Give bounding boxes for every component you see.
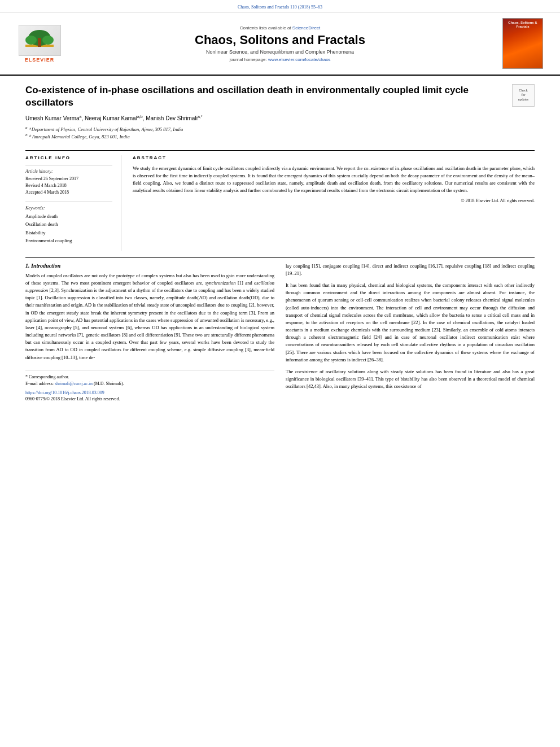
contents-available-line: Contents lists available at ScienceDirec… xyxy=(73,25,487,30)
top-citation: Chaos, Solitons and Fractals 110 (2018) … xyxy=(0,0,560,12)
affiliation-a: a ᵃ Department of Physics, Central Unive… xyxy=(25,125,501,133)
journal-title: Chaos, Solitons and Fractals xyxy=(73,33,487,47)
affiliations: a ᵃ Department of Physics, Central Unive… xyxy=(25,125,501,141)
body-content: 1. Introduction Models of coupled oscill… xyxy=(25,263,535,401)
keywords-group: Keywords: Amplitude death Oscillation de… xyxy=(25,206,112,245)
keyword-2: Oscillation death xyxy=(25,220,112,228)
elsevier-logo-image xyxy=(19,25,61,56)
para-lay-coupling: lay coupling [15], conjugate coupling [1… xyxy=(286,263,535,277)
history-label: Article history: xyxy=(25,169,112,174)
revised-date: Revised 4 March 2018 xyxy=(25,182,112,189)
corresponding-author-note: * Corresponding author. xyxy=(25,374,274,381)
svg-point-4 xyxy=(42,36,54,45)
journal-cover-image: Chaos, Solitons & Fractals xyxy=(502,18,543,69)
article-info: ARTICLE INFO Article history: Received 2… xyxy=(25,155,121,251)
journal-header: ELSEVIER Contents lists available at Sci… xyxy=(0,12,560,76)
journal-subtitle: Nonlinear Science, and Nonequilibrium an… xyxy=(73,49,487,55)
intro-heading: 1. Introduction xyxy=(25,263,274,269)
received-date: Received 26 September 2017 xyxy=(25,176,112,182)
abstract-text: We study the emergent dynamics of limit … xyxy=(133,165,535,195)
abstract-section: ABSTRACT We study the emergent dynamics … xyxy=(133,155,535,251)
homepage-link[interactable]: www.elsevier.com/locate/chaos xyxy=(268,57,331,62)
keyword-3: Bistability xyxy=(25,229,112,237)
intro-paragraph1: Models of coupled oscillators are not on… xyxy=(25,272,274,361)
article-info-abstract-section: ARTICLE INFO Article history: Received 2… xyxy=(25,155,535,251)
paper-header: Co-existence of in-phase oscillations an… xyxy=(25,84,535,146)
article-history: Article history: Received 26 September 2… xyxy=(25,169,112,196)
title-divider xyxy=(25,150,535,151)
elsevier-logo-block: ELSEVIER xyxy=(17,25,62,63)
doi-link[interactable]: https://doi.org/10.1016/j.chaos.2018.03.… xyxy=(25,390,104,395)
doi-line: https://doi.org/10.1016/j.chaos.2018.03.… xyxy=(25,390,274,395)
journal-info-center: Contents lists available at ScienceDirec… xyxy=(62,25,498,62)
check-for-updates-badge: Checkforupdates xyxy=(512,84,535,107)
journal-cover-block: Chaos, Solitons & Fractals xyxy=(498,18,543,69)
elsevier-brand: ELSEVIER xyxy=(25,57,55,63)
email-note: E-mail address: shrimali@curaj.ac.in (M.… xyxy=(25,381,274,387)
abstract-divider xyxy=(25,257,535,258)
paper-title: Co-existence of in-phase oscillations an… xyxy=(25,84,501,109)
authors: Umesh Kumar Vermaa, Neeraj Kumar Kamala,… xyxy=(25,115,501,121)
para-indirect-coupling: It has been found that in many physical,… xyxy=(286,282,535,364)
affiliation-b: b ᵇ Amrapali Memorial College, Gaya, 823… xyxy=(25,133,501,141)
abstract-label: ABSTRACT xyxy=(133,155,535,160)
journal-homepage: journal homepage: www.elsevier.com/locat… xyxy=(73,57,487,62)
accepted-date: Accepted 4 March 2018 xyxy=(25,189,112,196)
sciencedirect-link[interactable]: ScienceDirect xyxy=(292,25,320,30)
issn-line: 0960-0779/© 2018 Elsevier Ltd. All right… xyxy=(25,396,274,401)
cover-title-text: Chaos, Solitons & Fractals xyxy=(505,21,541,29)
keyword-1: Amplitude death xyxy=(25,212,112,220)
elsevier-logo: ELSEVIER xyxy=(17,25,62,63)
paper-title-block: Co-existence of in-phase oscillations an… xyxy=(25,84,512,143)
body-col-left: 1. Introduction Models of coupled oscill… xyxy=(25,263,274,401)
keywords-label: Keywords: xyxy=(25,206,112,211)
article-info-label: ARTICLE INFO xyxy=(25,155,112,160)
citation-text: Chaos, Solitons and Fractals 110 (2018) … xyxy=(238,5,322,10)
svg-point-3 xyxy=(25,36,37,45)
footnote-area: * Corresponding author. E-mail address: … xyxy=(25,370,274,401)
copyright-line: © 2018 Elsevier Ltd. All rights reserved… xyxy=(133,198,535,203)
main-content: Co-existence of in-phase oscillations an… xyxy=(0,76,560,410)
author-email[interactable]: shrimali@curaj.ac.in xyxy=(55,381,93,386)
page: Chaos, Solitons and Fractals 110 (2018) … xyxy=(0,0,560,747)
keyword-4: Environmental coupling xyxy=(25,237,112,244)
para-coexistence: The coexistence of oscillatory solutions… xyxy=(286,368,535,391)
body-col-right: lay coupling [15], conjugate coupling [1… xyxy=(286,263,535,401)
svg-rect-2 xyxy=(38,38,41,47)
